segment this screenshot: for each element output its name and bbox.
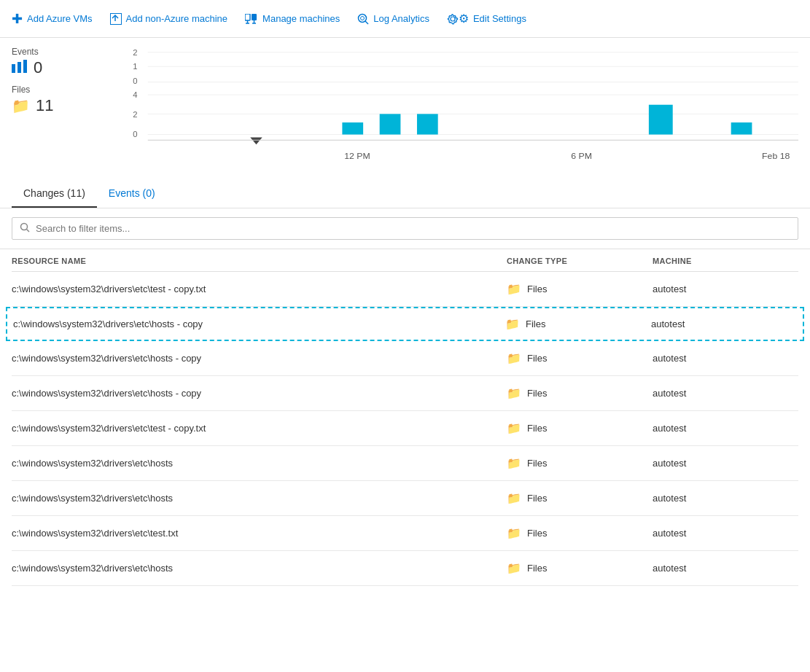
cell-type: 📁 Files bbox=[507, 386, 653, 400]
tabs: Changes (11) Events (0) bbox=[0, 180, 810, 208]
summary-left: Events 0 Files 📁 11 bbox=[12, 47, 114, 174]
cell-machine: autotest bbox=[653, 353, 798, 364]
add-non-azure-button[interactable]: Add non-Azure machine bbox=[110, 13, 227, 25]
search-container bbox=[0, 208, 810, 249]
svg-rect-28 bbox=[649, 105, 673, 135]
table-row[interactable]: c:\windows\system32\drivers\etc\hosts 📁 … bbox=[12, 481, 798, 516]
svg-rect-11 bbox=[17, 62, 21, 73]
folder-icon: 📁 bbox=[507, 282, 521, 296]
cell-resource: c:\windows\system32\drivers\etc\test - c… bbox=[12, 284, 507, 294]
table-row[interactable]: c:\windows\system32\drivers\etc\hosts - … bbox=[6, 307, 804, 341]
svg-text:0: 0 bbox=[133, 130, 137, 139]
table-body: c:\windows\system32\drivers\etc\test - c… bbox=[12, 272, 798, 586]
edit-settings-button[interactable]: ⚙ Edit Settings bbox=[447, 12, 526, 26]
manage-machines-icon bbox=[245, 14, 258, 24]
cell-machine: autotest bbox=[651, 319, 797, 329]
folder-icon: 📁 bbox=[505, 317, 520, 331]
cell-type: 📁 Files bbox=[505, 317, 651, 331]
events-value-row: 0 bbox=[12, 58, 114, 77]
svg-rect-25 bbox=[342, 122, 363, 135]
search-icon bbox=[20, 222, 30, 235]
svg-text:6 PM: 6 PM bbox=[571, 151, 592, 161]
cell-machine: autotest bbox=[653, 284, 798, 294]
chart-area: 2 1 0 4 2 0 12 PM 6 PM bbox=[125, 47, 798, 174]
svg-rect-1 bbox=[245, 14, 250, 20]
cell-type: 📁 Files bbox=[507, 491, 653, 505]
add-non-azure-icon bbox=[110, 13, 122, 25]
cell-resource: c:\windows\system32\drivers\etc\hosts - … bbox=[12, 353, 507, 364]
tab-events[interactable]: Events (0) bbox=[97, 180, 167, 208]
svg-text:2: 2 bbox=[133, 110, 137, 119]
svg-rect-26 bbox=[380, 114, 401, 134]
svg-rect-27 bbox=[417, 114, 438, 134]
svg-rect-2 bbox=[252, 14, 257, 20]
col-resource-name: RESOURCE NAME bbox=[12, 257, 507, 265]
cell-machine: autotest bbox=[653, 388, 798, 399]
cell-type: 📁 Files bbox=[507, 456, 653, 470]
log-analytics-icon bbox=[357, 13, 369, 25]
chart-svg: 2 1 0 4 2 0 12 PM 6 PM bbox=[125, 47, 798, 174]
folder-icon: 📁 bbox=[507, 561, 521, 575]
add-azure-vms-icon: ✚ bbox=[12, 11, 23, 27]
manage-machines-button[interactable]: Manage machines bbox=[245, 13, 340, 24]
table-row[interactable]: c:\windows\system32\drivers\etc\hosts - … bbox=[12, 341, 798, 376]
folder-icon: 📁 bbox=[507, 421, 521, 435]
cell-machine: autotest bbox=[653, 563, 798, 574]
tab-changes[interactable]: Changes (11) bbox=[12, 180, 97, 208]
svg-point-7 bbox=[359, 14, 367, 22]
cell-resource: c:\windows\system32\drivers\etc\hosts bbox=[12, 493, 507, 504]
folder-icon: 📁 bbox=[507, 351, 521, 365]
table-row[interactable]: c:\windows\system32\drivers\etc\test - c… bbox=[12, 272, 798, 307]
edit-settings-label: Edit Settings bbox=[473, 13, 526, 24]
search-box bbox=[12, 217, 798, 240]
cell-type: 📁 Files bbox=[507, 421, 653, 435]
files-icon: 📁 bbox=[12, 97, 30, 114]
svg-point-9 bbox=[361, 16, 365, 20]
add-azure-vms-label: Add Azure VMs bbox=[27, 13, 93, 24]
cell-type: 📁 Files bbox=[507, 561, 653, 575]
files-value-row: 📁 11 bbox=[12, 96, 114, 115]
table-container: RESOURCE NAME CHANGE TYPE MACHINE c:\win… bbox=[0, 249, 810, 586]
cell-machine: autotest bbox=[653, 423, 798, 434]
col-change-type: CHANGE TYPE bbox=[507, 257, 653, 265]
cell-resource: c:\windows\system32\drivers\etc\hosts bbox=[12, 563, 507, 574]
svg-text:4: 4 bbox=[133, 90, 137, 99]
folder-icon: 📁 bbox=[507, 526, 521, 540]
table-row[interactable]: c:\windows\system32\drivers\etc\hosts - … bbox=[12, 376, 798, 411]
edit-settings-icon: ⚙ bbox=[447, 12, 469, 26]
cell-machine: autotest bbox=[653, 528, 798, 539]
col-machine: MACHINE bbox=[653, 257, 798, 265]
cell-machine: autotest bbox=[653, 493, 798, 504]
svg-rect-10 bbox=[12, 64, 15, 73]
files-count: 11 bbox=[36, 96, 53, 115]
cell-type: 📁 Files bbox=[507, 351, 653, 365]
table-row[interactable]: c:\windows\system32\drivers\etc\hosts 📁 … bbox=[12, 446, 798, 481]
svg-text:1: 1 bbox=[133, 62, 137, 71]
svg-text:0: 0 bbox=[133, 77, 137, 85]
cell-resource: c:\windows\system32\drivers\etc\hosts - … bbox=[12, 388, 507, 399]
search-input[interactable] bbox=[36, 223, 790, 234]
svg-text:Feb 18: Feb 18 bbox=[762, 151, 790, 161]
cell-type: 📁 Files bbox=[507, 282, 653, 296]
svg-text:12 PM: 12 PM bbox=[344, 151, 370, 161]
log-analytics-label: Log Analytics bbox=[373, 13, 429, 24]
events-count: 0 bbox=[34, 58, 42, 77]
add-azure-vms-button[interactable]: ✚ Add Azure VMs bbox=[12, 11, 93, 27]
cell-type: 📁 Files bbox=[507, 526, 653, 540]
toolbar: ✚ Add Azure VMs Add non-Azure machine Ma… bbox=[0, 0, 810, 38]
table-row[interactable]: c:\windows\system32\drivers\etc\hosts 📁 … bbox=[12, 551, 798, 586]
manage-machines-label: Manage machines bbox=[262, 13, 340, 24]
svg-point-35 bbox=[21, 224, 28, 230]
folder-icon: 📁 bbox=[507, 456, 521, 470]
svg-marker-30 bbox=[250, 137, 262, 144]
cell-resource: c:\windows\system32\drivers\etc\test.txt bbox=[12, 528, 507, 539]
cell-resource: c:\windows\system32\drivers\etc\hosts - … bbox=[13, 319, 505, 329]
add-non-azure-label: Add non-Azure machine bbox=[126, 13, 227, 24]
log-analytics-button[interactable]: Log Analytics bbox=[357, 13, 429, 25]
events-label: Events bbox=[12, 47, 114, 57]
svg-rect-12 bbox=[23, 60, 27, 73]
table-header: RESOURCE NAME CHANGE TYPE MACHINE bbox=[12, 249, 798, 272]
table-row[interactable]: c:\windows\system32\drivers\etc\test - c… bbox=[12, 411, 798, 446]
table-row[interactable]: c:\windows\system32\drivers\etc\test.txt… bbox=[12, 516, 798, 551]
cell-resource: c:\windows\system32\drivers\etc\hosts bbox=[12, 458, 507, 469]
